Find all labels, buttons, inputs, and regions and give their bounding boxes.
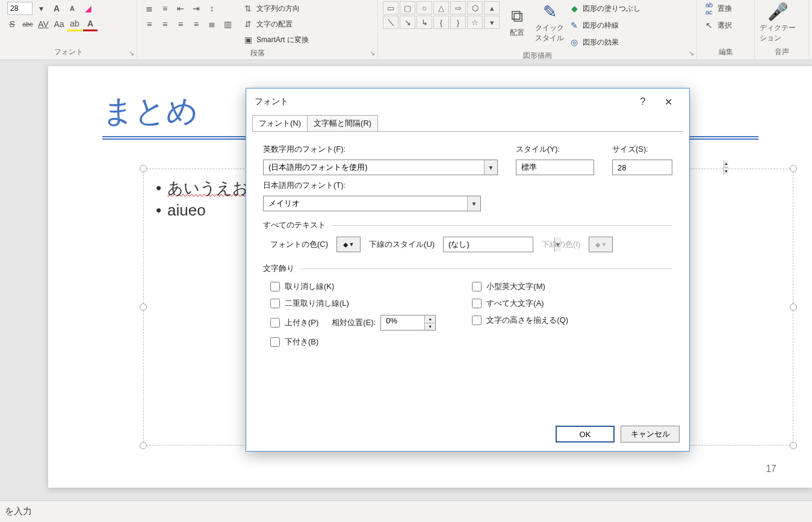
align-left-icon[interactable]: ≡ xyxy=(142,17,157,31)
shape-arrowln[interactable]: ↘ xyxy=(400,16,415,29)
text-align-icon[interactable]: ⇵ xyxy=(241,17,255,31)
highlight-icon[interactable]: ab xyxy=(67,17,82,31)
align-center-icon[interactable]: ≡ xyxy=(158,17,172,31)
underline-color-button: ◆▼ xyxy=(589,237,613,252)
text-align-label[interactable]: 文字の配置 xyxy=(256,19,293,30)
subscript-checkbox[interactable]: 下付き(B) xyxy=(270,337,436,347)
dialog-titlebar[interactable]: フォント ? ✕ xyxy=(246,89,689,115)
style-input[interactable] xyxy=(516,160,627,175)
ok-button[interactable]: OK xyxy=(556,426,615,443)
size-spin-buttons[interactable]: ▲▼ xyxy=(724,160,728,175)
shape-rbrace[interactable]: } xyxy=(450,16,466,29)
style-combo[interactable]: ▼ xyxy=(516,160,594,175)
dec-indent-icon[interactable]: ⇤ xyxy=(173,1,188,16)
offset-input[interactable] xyxy=(381,315,424,325)
handle-br[interactable] xyxy=(790,442,797,449)
help-icon[interactable]: ? xyxy=(630,92,655,111)
asian-font-combo[interactable]: ▼ xyxy=(263,196,481,211)
chevron-down-icon[interactable]: ▼ xyxy=(484,160,497,175)
text-direction-label[interactable]: 文字列の方向 xyxy=(256,4,300,14)
shape-tri[interactable]: △ xyxy=(433,1,449,14)
superscript-checkbox[interactable] xyxy=(270,318,280,328)
cancel-button[interactable]: キャンセル xyxy=(621,426,680,443)
double-strike-checkbox[interactable]: 二重取り消し線(L) xyxy=(270,298,436,309)
shape-more-down[interactable]: ▾ xyxy=(484,16,500,29)
strike-abc-icon[interactable]: abc xyxy=(20,17,35,31)
shape-lbrace[interactable]: { xyxy=(433,16,449,29)
shape-rect[interactable]: ▭ xyxy=(383,1,398,14)
line-spacing-icon[interactable]: ↕ xyxy=(205,1,219,16)
shape-effects-icon[interactable]: ◎ xyxy=(567,35,581,49)
handle-bl[interactable] xyxy=(140,442,147,449)
size-spinner[interactable]: ▲▼ xyxy=(612,160,672,175)
font-size-input[interactable] xyxy=(7,2,33,15)
changecase-icon[interactable]: Aa xyxy=(52,17,66,31)
dictation-button[interactable]: 🎤ディクテー ション xyxy=(760,1,796,43)
asian-font-input[interactable] xyxy=(264,196,467,211)
handle-tl[interactable] xyxy=(140,165,147,172)
smallcaps-checkbox[interactable]: 小型英大文字(M) xyxy=(472,281,568,292)
handle-mr[interactable] xyxy=(790,303,797,311)
chevron-down-icon[interactable]: ▼ xyxy=(467,196,480,211)
bullets-icon[interactable]: ≣ xyxy=(142,1,157,16)
latin-font-label: 英数字用のフォント(F): xyxy=(263,144,498,155)
tab-spacing[interactable]: 文字幅と間隔(R) xyxy=(307,115,378,131)
underline-style-input[interactable] xyxy=(444,237,554,252)
select-label[interactable]: 選択 xyxy=(717,20,732,31)
font-color-icon[interactable]: A xyxy=(83,17,98,31)
paragraph-launcher-icon[interactable]: ↘ xyxy=(368,49,376,57)
dropdown-icon[interactable]: ▾ xyxy=(34,1,48,16)
asian-font-label: 日本語用のフォント(T): xyxy=(263,180,346,191)
shape-more-up[interactable]: ▴ xyxy=(484,1,500,14)
arrange-button[interactable]: ⧉配置 xyxy=(502,1,532,43)
shape-line[interactable]: ＼ xyxy=(383,16,398,29)
text-direction-icon[interactable]: ⇅ xyxy=(241,1,255,16)
font-launcher-icon[interactable]: ↘ xyxy=(127,49,135,57)
select-icon[interactable]: ↖ xyxy=(702,18,716,33)
tab-font[interactable]: フォント(N) xyxy=(252,115,308,131)
shape-fill-icon[interactable]: ◆ xyxy=(567,1,581,16)
latin-font-combo[interactable]: ▼ xyxy=(263,160,498,175)
fontcolor-button[interactable]: ◆▼ xyxy=(336,237,361,252)
shape-arrow[interactable]: ⇨ xyxy=(450,1,466,14)
allcaps-checkbox[interactable]: すべて大文字(A) xyxy=(472,298,568,309)
shape-outline-icon[interactable]: ✎ xyxy=(567,18,581,33)
shape-oval[interactable]: ○ xyxy=(417,1,432,14)
shape-elbow[interactable]: ↳ xyxy=(417,16,432,29)
shape-effects-label[interactable]: 図形の効果 xyxy=(583,37,619,48)
decorations-section: 文字飾り xyxy=(263,263,294,274)
justify-icon[interactable]: ≡ xyxy=(189,17,203,31)
shape-rrect[interactable]: ▢ xyxy=(400,1,415,14)
strikethrough-icon[interactable]: S xyxy=(5,17,19,31)
distributed-icon[interactable]: ≣ xyxy=(205,17,219,31)
increase-font-icon[interactable]: A xyxy=(49,1,64,16)
shape-gallery[interactable]: ▭ ▢ ○ △ ⇨ ⬡ ▴ ＼ ↘ ↳ { } ☆ ▾ xyxy=(383,1,500,29)
inc-indent-icon[interactable]: ⇥ xyxy=(189,1,203,16)
handle-tr[interactable] xyxy=(790,165,797,172)
replace-icon[interactable]: abac xyxy=(702,1,716,16)
replace-label[interactable]: 置換 xyxy=(717,4,732,14)
shape-outline-label[interactable]: 図形の枠線 xyxy=(583,20,619,31)
align-right-icon[interactable]: ≡ xyxy=(173,17,188,31)
clear-format-icon[interactable]: ◢ xyxy=(81,1,95,16)
shape-star[interactable]: ☆ xyxy=(467,16,483,29)
smartart-icon[interactable]: ▣ xyxy=(241,33,255,47)
underline-style-combo[interactable]: ▼ xyxy=(443,237,533,252)
offset-spin-buttons[interactable]: ▲▼ xyxy=(424,315,435,330)
offset-spinner[interactable]: ▲▼ xyxy=(380,315,436,331)
latin-font-input[interactable] xyxy=(264,160,484,175)
decrease-font-icon[interactable]: A xyxy=(65,1,79,16)
size-input[interactable] xyxy=(613,160,724,175)
smartart-label[interactable]: SmartArt に変換 xyxy=(256,35,309,45)
strike-checkbox[interactable]: 取り消し線(K) xyxy=(270,281,436,292)
char-spacing-icon[interactable]: AV xyxy=(36,17,51,31)
numbering-icon[interactable]: ≡ xyxy=(158,1,172,16)
drawing-launcher-icon[interactable]: ↘ xyxy=(687,49,695,57)
close-icon[interactable]: ✕ xyxy=(655,92,681,111)
handle-ml[interactable] xyxy=(140,303,147,311)
columns-icon[interactable]: ▥ xyxy=(220,17,235,31)
quickstyle-button[interactable]: ✎クイック スタイル xyxy=(535,1,565,43)
shape-fill-label[interactable]: 図形の塗りつぶし xyxy=(583,4,640,14)
shape-hex[interactable]: ⬡ xyxy=(467,1,483,14)
equalize-checkbox[interactable]: 文字の高さを揃える(Q) xyxy=(472,315,568,326)
